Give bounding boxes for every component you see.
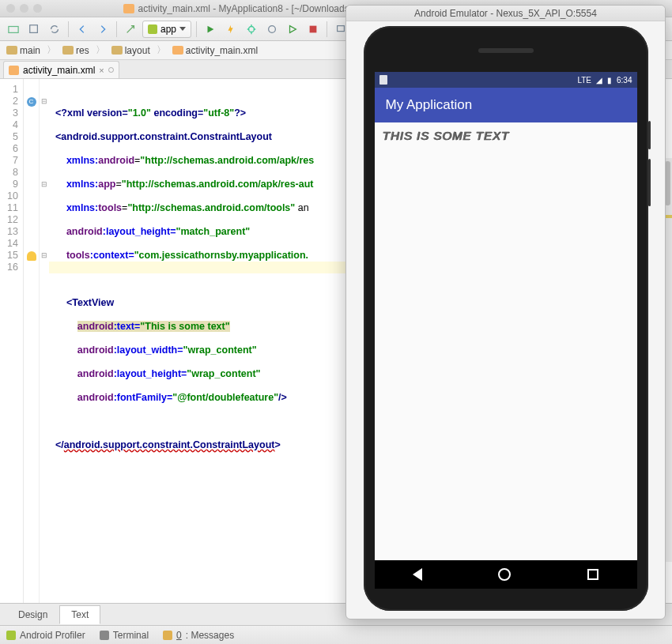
traffic-lights xyxy=(6,4,42,13)
tool-window-bar: Android Profiler Terminal 0: Messages xyxy=(0,625,672,644)
sim-card-icon xyxy=(379,75,387,85)
svg-rect-5 xyxy=(338,25,345,31)
fold-toggle-icon[interactable]: ⊟ xyxy=(40,96,49,107)
breadcrumb-item-file[interactable]: activity_main.xml xyxy=(169,44,261,57)
line-number-gutter: 12345678910111213141516 xyxy=(0,79,24,603)
folder-icon xyxy=(6,46,17,55)
signal-icon: ◢ xyxy=(596,76,602,85)
app-title: My Application xyxy=(386,97,473,113)
close-tab-icon[interactable]: × xyxy=(99,66,104,75)
editor-tab-label: activity_main.xml xyxy=(23,65,95,76)
emulator-titlebar[interactable]: Android Emulator - Nexus_5X_API_O:5554 xyxy=(346,6,665,21)
svg-point-3 xyxy=(269,25,276,32)
phone-frame: LTE ◢ ▮ 6:34 My Application This is some… xyxy=(364,26,648,611)
breadcrumb-item-layout[interactable]: layout xyxy=(108,44,153,57)
android-nav-bar xyxy=(375,560,637,589)
zoom-window-icon[interactable] xyxy=(33,4,42,13)
run-config-label: app xyxy=(160,24,176,35)
svg-rect-4 xyxy=(310,25,317,32)
sample-textview: This is some text xyxy=(383,129,629,142)
chevron-right-icon: 〉 xyxy=(155,43,168,57)
fold-end-icon: ⊟ xyxy=(40,250,49,262)
attach-debugger-button[interactable] xyxy=(284,21,301,38)
stop-button[interactable] xyxy=(304,21,322,38)
save-all-button[interactable] xyxy=(25,21,43,38)
xml-file-icon xyxy=(172,46,183,55)
nav-back-button[interactable] xyxy=(74,21,91,38)
breadcrumb-item-res[interactable]: res xyxy=(59,44,92,57)
clock-label: 6:34 xyxy=(617,76,632,85)
profile-button[interactable] xyxy=(263,21,281,38)
editor-tab-activity-main[interactable]: activity_main.xml × xyxy=(3,61,119,78)
debug-button[interactable] xyxy=(243,21,260,38)
volume-button-icon xyxy=(648,159,651,206)
close-window-icon[interactable] xyxy=(6,4,15,13)
app-content: This is some text xyxy=(375,122,637,563)
android-icon xyxy=(6,631,16,640)
fold-gutter: ⊟⊟⊟ xyxy=(40,79,49,603)
messages-tool[interactable]: 0: Messages xyxy=(163,630,234,641)
battery-icon: ▮ xyxy=(607,76,612,85)
lte-label: LTE xyxy=(577,76,591,85)
emulator-body: LTE ◢ ▮ 6:34 My Application This is some… xyxy=(346,21,665,619)
xml-file-icon xyxy=(123,4,134,13)
phone-screen[interactable]: LTE ◢ ▮ 6:34 My Application This is some… xyxy=(375,72,637,563)
chevron-down-icon xyxy=(179,27,186,31)
gutter-marks: C xyxy=(24,79,40,603)
terminal-icon xyxy=(100,631,109,640)
chevron-right-icon: 〉 xyxy=(45,43,58,57)
folder-icon xyxy=(111,46,123,55)
android-icon xyxy=(148,24,157,34)
run-config-selector[interactable]: app xyxy=(142,21,191,38)
run-button[interactable] xyxy=(202,21,219,38)
app-toolbar: My Application xyxy=(375,88,637,122)
svg-point-2 xyxy=(249,26,255,32)
fold-toggle-icon[interactable]: ⊟ xyxy=(40,179,49,190)
build-button[interactable] xyxy=(122,21,139,38)
chevron-right-icon: 〉 xyxy=(94,43,107,57)
nav-forward-button[interactable] xyxy=(94,21,111,38)
xml-file-icon xyxy=(9,66,19,75)
nav-recents-icon[interactable] xyxy=(587,569,598,580)
apply-changes-button[interactable] xyxy=(222,21,240,38)
scrollbar-thumb[interactable] xyxy=(665,161,670,205)
terminal-tool[interactable]: Terminal xyxy=(100,630,149,641)
pin-tab-icon[interactable] xyxy=(108,67,114,73)
design-tab[interactable]: Design xyxy=(6,605,59,624)
android-profiler-tool[interactable]: Android Profiler xyxy=(6,630,85,641)
speaker-icon xyxy=(478,48,534,53)
folder-icon xyxy=(62,46,74,55)
text-tab[interactable]: Text xyxy=(59,605,100,624)
open-file-button[interactable] xyxy=(5,21,22,38)
svg-rect-0 xyxy=(9,26,18,32)
svg-rect-1 xyxy=(30,24,38,32)
android-status-bar: LTE ◢ ▮ 6:34 xyxy=(375,72,637,88)
class-gutter-icon[interactable]: C xyxy=(27,97,36,107)
messages-icon xyxy=(163,631,172,640)
emulator-window[interactable]: Android Emulator - Nexus_5X_API_O:5554 L… xyxy=(345,5,666,620)
lightbulb-icon[interactable] xyxy=(27,251,36,261)
breadcrumb-item-main[interactable]: main xyxy=(3,44,43,57)
sync-button[interactable] xyxy=(46,21,63,38)
minimize-window-icon[interactable] xyxy=(20,4,28,13)
nav-back-icon[interactable] xyxy=(413,568,422,581)
nav-home-icon[interactable] xyxy=(498,568,511,581)
power-button-icon xyxy=(648,121,651,149)
